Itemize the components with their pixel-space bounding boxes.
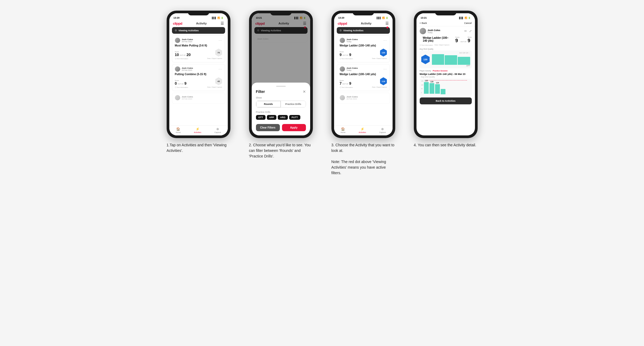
capture-label-4: Data: Clippd Capture <box>435 44 449 46</box>
activity-card-1-2[interactable]: Josh Coles 28 Feb 2023 ··· Putting Combi… <box>172 64 225 91</box>
bottom-nav-activities-1[interactable]: ⚡ Activities <box>194 127 201 133</box>
bar-2 <box>445 55 457 65</box>
more-icon-3-2[interactable]: ··· <box>383 67 387 71</box>
toggle-rounds-2[interactable]: Rounds <box>256 101 281 107</box>
bar-col-2 <box>445 55 457 65</box>
logo-3: clippd <box>338 22 347 25</box>
filter-close-2[interactable]: ✕ <box>303 89 306 94</box>
red-dot-3 <box>386 27 388 28</box>
viewing-banner-3[interactable]: ⚙ Viewing Activities <box>337 27 390 34</box>
viewing-banner-1[interactable]: ⚙ Viewing Activities <box>172 27 225 34</box>
sq-badge-3-1: 130 <box>380 49 387 57</box>
out-of-1-2: OUT OF <box>178 83 184 85</box>
filter-icon-1: ⚙ <box>175 29 177 32</box>
activity-card-1-1[interactable]: Josh Coles 28 Feb 2023 ··· Must Make Put… <box>172 35 225 62</box>
expand-icon-4[interactable]: ⤢ <box>469 29 472 33</box>
bar-col-3 <box>458 57 470 65</box>
back-btn-4[interactable]: < Back <box>420 22 427 24</box>
edit-icon-4[interactable]: ✏ <box>464 29 467 33</box>
bottom-nav-3: 🏠 Home ⚡ Activities ⊕ Capture <box>334 125 393 135</box>
filter-overlay-2: Filter ✕ Show Rounds Practice Drills Pra… <box>252 13 310 135</box>
big-bar-2 <box>430 83 434 94</box>
bottom-nav-home-1[interactable]: 🏠 Home <box>176 127 181 133</box>
status-icons-3: ▌▌▌ 📶 🔋 <box>377 17 388 19</box>
shots-val-3-2: 9 <box>349 82 351 85</box>
more-icon-1-1[interactable]: ··· <box>218 39 222 42</box>
battery-icon-3: 🔋 <box>386 17 388 19</box>
footer-left-1-1: ⓘ Test Information <box>175 58 188 60</box>
back-to-activities-btn-4[interactable]: Back to Activities <box>420 97 472 104</box>
chip-app-2[interactable]: APP <box>267 115 277 120</box>
bottom-nav-capture-1[interactable]: ⊕ Capture <box>214 127 221 133</box>
big-bars-area-4: 132 129 124 <box>424 80 470 94</box>
show-label-2: Show <box>256 96 306 99</box>
step-2: 13:21 ▌▌▌ 📶 🔋 clippd Activity ☰ ⚙ Viewin… <box>244 11 318 159</box>
bottom-nav-capture-3[interactable]: ⊕ Capture <box>379 127 386 133</box>
phone-3: 13:20 ▌▌▌ 📶 🔋 clippd Activity ☰ ⚙ Viewin… <box>331 11 395 138</box>
time-3: 13:20 <box>338 16 344 19</box>
filter-actions-2: Clear Filters Apply <box>256 124 306 131</box>
avatar-1-2 <box>175 66 180 72</box>
footer-right-3-2: Data: Clippd Capture <box>372 86 387 89</box>
card-user-3-2: Josh Coles Today <box>340 66 358 72</box>
more-icon-3-1[interactable]: ··· <box>383 39 387 42</box>
notch-2 <box>270 11 292 15</box>
user-name-3-2: Josh Coles <box>347 67 358 69</box>
shots-col-4: Shots 9 <box>468 36 472 44</box>
capture-label-3: Capture <box>379 131 386 133</box>
score-group-3-1: Score 9 OUT OF 9 <box>340 51 351 57</box>
chart-val-2: 129 <box>462 52 465 54</box>
toggle-practice-2[interactable]: Practice Drills <box>281 101 306 107</box>
avatar-1-1 <box>175 38 180 43</box>
y-50: 50 <box>421 88 423 89</box>
card-header-3-3: Josh Coles 28 Feb 2023 <box>340 95 387 100</box>
step-1: 13:20 ▌▌▌ 📶 🔋 clippd Activity ☰ ⚙ Viewin… <box>161 11 236 153</box>
activity-card-3-2[interactable]: Josh Coles Today ··· Wedge Ladder (100–1… <box>337 64 390 91</box>
chip-arg-2[interactable]: ARG <box>278 115 288 120</box>
status-icons-4: ▌▌▌ 📶 🔋 <box>459 17 470 19</box>
score-val-1-1: 10 <box>175 53 179 57</box>
home-icon-1: 🏠 <box>176 127 180 131</box>
nav-bar-1: clippd Activity ☰ <box>169 20 228 27</box>
nav-title-3: Activity <box>361 22 372 25</box>
apply-btn-2[interactable]: Apply <box>282 124 306 131</box>
score-shots-group-4: Score 9 OUT OF Shots 9 <box>455 36 472 44</box>
phone-4: 13:21 ▌▌▌ 📶 🔋 < Back Cancel Josh Coles <box>414 11 478 138</box>
score-val-1-2: 0 <box>175 82 177 85</box>
card-header-1-1: Josh Coles 28 Feb 2023 ··· <box>175 38 222 43</box>
activity-detail-title-4: Wedge Ladder (100–140 yds) - 06 Mar 23 <box>416 72 475 76</box>
chip-ott-2[interactable]: OTT <box>256 115 266 120</box>
user-date-1-1: 28 Feb 2023 <box>182 41 193 42</box>
shots-val-3-1: 9 <box>349 53 351 57</box>
bottom-nav-activities-3[interactable]: ⚡ Activities <box>359 127 366 133</box>
menu-icon-3[interactable]: ☰ <box>385 21 389 25</box>
screen-3: 13:20 ▌▌▌ 📶 🔋 clippd Activity ☰ ⚙ Viewin… <box>334 13 393 135</box>
phone-1: 13:20 ▌▌▌ 📶 🔋 clippd Activity ☰ ⚙ Viewin… <box>167 11 230 138</box>
big-chart-wrapper-4: 140 100 50 0 132 <box>421 80 470 94</box>
sq-badge-3-2: 118 <box>380 77 387 85</box>
activity-card-1-3[interactable]: Josh Coles 28 Feb 2023 <box>172 93 225 104</box>
avg-sq-subtitle-4: ·· Avg Shot Quality <box>416 76 475 79</box>
big-bar-3 <box>435 84 440 94</box>
chip-putt-2[interactable]: PUTT <box>289 115 300 120</box>
card-user-3-3: Josh Coles 28 Feb 2023 <box>340 95 358 100</box>
bar-col-1 <box>432 54 444 65</box>
shots-val-1-2: 9 <box>184 82 187 85</box>
capture-icon-1: ⊕ <box>216 127 219 131</box>
activities-icon-3: ⚡ <box>360 127 364 131</box>
big-bar-4 <box>441 89 445 94</box>
home-label-3: Home <box>340 131 346 133</box>
card-title-3-2: Wedge Ladder (100–140 yds) <box>340 73 387 76</box>
clear-filters-btn-2[interactable]: Clear Filters <box>256 124 280 131</box>
activity-card-3-3[interactable]: Josh Coles 28 Feb 2023 <box>337 93 390 104</box>
status-icons-1: ▌▌▌ 📶 🔋 <box>212 17 223 19</box>
card-user-3-1: Josh Coles Today <box>340 38 358 43</box>
activity-card-3-1[interactable]: Josh Coles Today ··· Wedge Ladder (100–1… <box>337 35 390 62</box>
detail-header-4: < Back Cancel <box>416 20 475 26</box>
more-icon-1-2[interactable]: ··· <box>218 67 222 71</box>
chart-labels-4: 132 129 124 ··· <box>432 52 470 54</box>
menu-icon-1[interactable]: ☰ <box>221 21 224 25</box>
bottom-nav-home-3[interactable]: 🏠 Home <box>340 127 346 133</box>
stat-out-of-3-1: 9 OUT OF 9 <box>340 53 351 57</box>
cancel-btn-4[interactable]: Cancel <box>464 22 472 24</box>
